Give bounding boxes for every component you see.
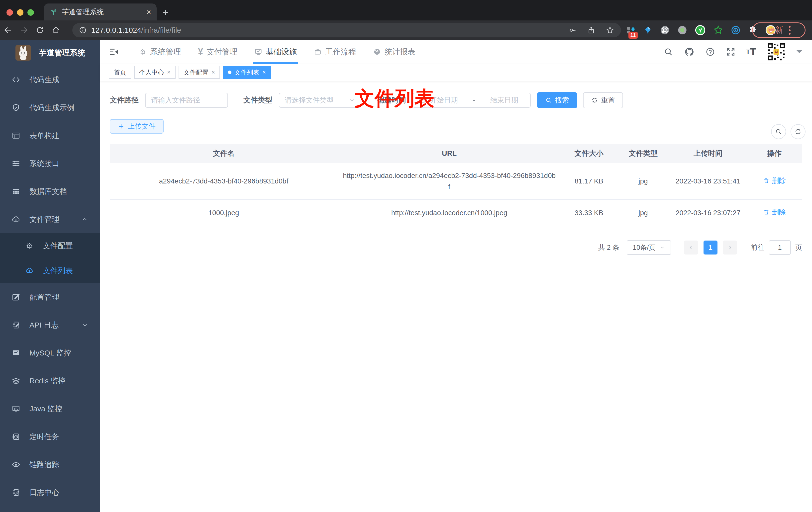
yen-icon: ¥ bbox=[198, 47, 203, 57]
y-extension-icon[interactable] bbox=[695, 25, 706, 36]
kite-extension-icon[interactable] bbox=[643, 25, 652, 35]
sidebar-item-scheduled-task[interactable]: 定时任务 bbox=[0, 423, 100, 451]
tags-view-bar: 首页 个人中心 × 文件配置 × 文件列表 × 文件列表 bbox=[100, 64, 812, 81]
fullscreen-icon[interactable] bbox=[726, 47, 736, 57]
traffic-light-close[interactable] bbox=[6, 9, 13, 16]
command-extension-icon[interactable] bbox=[660, 25, 670, 35]
back-icon[interactable] bbox=[0, 26, 16, 35]
show-search-icon[interactable] bbox=[771, 124, 786, 139]
end-date-placeholder[interactable]: 结束日期 bbox=[490, 95, 518, 105]
page-1-button[interactable]: 1 bbox=[703, 241, 718, 254]
tag-file-config[interactable]: 文件配置 × bbox=[179, 66, 220, 79]
app-title: 芋道管理系统 bbox=[39, 48, 85, 58]
sidebar-item-log-center[interactable]: 日志中心 bbox=[0, 479, 100, 507]
home-icon[interactable] bbox=[48, 26, 64, 35]
sidebar-item-code-generation[interactable]: 代码生成 bbox=[0, 66, 100, 94]
reset-button[interactable]: 重置 bbox=[583, 92, 623, 108]
sidebar-item-redis-monitor[interactable]: Redis 监控 bbox=[0, 367, 100, 395]
traffic-light-zoom[interactable] bbox=[27, 9, 34, 16]
sidebar-item-file-list[interactable]: 文件列表 bbox=[0, 258, 100, 283]
tag-file-list[interactable]: 文件列表 × bbox=[223, 66, 271, 79]
topnav-infrastructure[interactable]: 基础设施 bbox=[246, 40, 305, 64]
sidebar-item-file-management[interactable]: 文件管理 bbox=[0, 205, 100, 233]
forward-icon[interactable] bbox=[16, 26, 32, 35]
github-icon[interactable] bbox=[684, 47, 695, 57]
sliders-icon bbox=[11, 159, 21, 168]
tampermonkey-extension-icon[interactable]: 11 bbox=[626, 25, 636, 35]
sidebar-item-system-api[interactable]: 系统接口 bbox=[0, 150, 100, 178]
sidebar-item-label: 数据库文档 bbox=[29, 186, 67, 197]
topnav-report[interactable]: 统计报表 bbox=[365, 40, 424, 64]
password-key-icon[interactable] bbox=[569, 26, 577, 34]
topnav-label: 基础设施 bbox=[266, 47, 297, 57]
file-path-input[interactable] bbox=[151, 96, 222, 104]
prev-page-button[interactable] bbox=[684, 241, 698, 254]
cell-file-name: 1000.jpeg bbox=[110, 200, 338, 226]
sidebar-logo-row[interactable]: 芋道管理系统 bbox=[0, 40, 100, 66]
sidebar-item-label: 文件管理 bbox=[29, 214, 59, 224]
topnav-payment[interactable]: ¥ 支付管理 bbox=[190, 40, 246, 64]
sidebar-item-trace[interactable]: 链路追踪 bbox=[0, 451, 100, 479]
sidebar-item-config-management[interactable]: 配置管理 bbox=[0, 283, 100, 311]
font-size-icon[interactable]: TT bbox=[746, 47, 756, 58]
sidebar-collapse-icon[interactable] bbox=[109, 47, 119, 57]
browser-menu-icon[interactable] bbox=[789, 26, 790, 35]
tag-close-icon[interactable]: × bbox=[167, 69, 171, 76]
tab-close-icon[interactable]: × bbox=[146, 8, 151, 16]
page-size-select[interactable]: 10条/页 bbox=[627, 240, 671, 255]
topnav-system[interactable]: 系统管理 bbox=[130, 40, 190, 64]
active-dot bbox=[228, 70, 231, 74]
address-bar[interactable]: 127.0.0.1:1024/infra/file/file bbox=[72, 23, 621, 37]
refresh-table-icon[interactable] bbox=[790, 124, 806, 139]
help-icon[interactable] bbox=[705, 47, 715, 57]
tag-label: 文件配置 bbox=[183, 68, 208, 77]
tag-close-icon[interactable]: × bbox=[211, 69, 215, 76]
sidebar-item-db-doc[interactable]: 数据库文档 bbox=[0, 178, 100, 205]
avatar-caret-down-icon[interactable] bbox=[796, 50, 802, 56]
site-info-icon[interactable] bbox=[79, 26, 87, 34]
file-type-select[interactable]: 请选择文件类型 bbox=[279, 93, 361, 108]
topnav-workflow[interactable]: 工作流程 bbox=[305, 40, 365, 64]
share-icon[interactable] bbox=[587, 26, 596, 34]
sidebar-item-mysql-monitor[interactable]: MySQL 监控 bbox=[0, 339, 100, 367]
goto-page-input[interactable] bbox=[769, 240, 791, 255]
upload-button-label: 上传文件 bbox=[128, 122, 155, 131]
new-tab-button[interactable]: + bbox=[163, 6, 169, 19]
upload-file-button[interactable]: 上传文件 bbox=[110, 119, 164, 133]
tag-close-icon[interactable]: × bbox=[262, 69, 266, 76]
browser-update-button[interactable]: 更新 bbox=[752, 23, 806, 38]
search-icon[interactable] bbox=[663, 47, 673, 57]
traffic-light-minimize[interactable] bbox=[17, 9, 24, 16]
tag-home[interactable]: 首页 bbox=[109, 66, 131, 79]
green-star-extension-icon[interactable] bbox=[713, 25, 723, 35]
reload-icon[interactable] bbox=[32, 26, 48, 34]
browser-tab-strip: 芋道管理系统 × + bbox=[0, 0, 812, 21]
file-table: 文件名 URL 文件大小 文件类型 上传时间 操作 a294ecb2-73dd-… bbox=[110, 144, 802, 226]
tag-profile[interactable]: 个人中心 × bbox=[134, 66, 176, 79]
header-actions: TT bbox=[663, 42, 812, 62]
browser-tab[interactable]: 芋道管理系统 × bbox=[44, 3, 156, 21]
page-content: 文件路径 文件类型 请选择文件类型 创建时间 开始日期 - 结束日期 bbox=[100, 81, 812, 255]
app-logo-rabbit bbox=[16, 45, 31, 61]
pagination: 共 2 条 10条/页 1 前往 页 bbox=[110, 240, 802, 255]
blue-eye-extension-icon[interactable] bbox=[731, 25, 741, 35]
cell-file-name: a294ecb2-73dd-4353-bf40-296b8931d0bf bbox=[110, 163, 338, 200]
delete-button[interactable]: 删除 bbox=[763, 207, 786, 218]
search-button[interactable]: 搜索 bbox=[537, 92, 577, 108]
sidebar-item-file-config[interactable]: 文件配置 bbox=[0, 233, 100, 258]
sidebar-item-java-monitor[interactable]: Java 监控 bbox=[0, 395, 100, 423]
avatar-qr-code[interactable] bbox=[766, 42, 786, 62]
file-path-field[interactable] bbox=[145, 93, 228, 108]
next-page-button[interactable] bbox=[723, 241, 737, 254]
delete-button[interactable]: 删除 bbox=[763, 175, 786, 186]
tag-label: 首页 bbox=[114, 68, 126, 77]
sidebar-item-form-builder[interactable]: 表单构建 bbox=[0, 122, 100, 150]
sidebar-item-label: Redis 监控 bbox=[29, 376, 66, 386]
sidebar-item-codegen-example[interactable]: 代码生成示例 bbox=[0, 94, 100, 122]
bookmark-star-icon[interactable] bbox=[606, 26, 614, 35]
gray-dot-extension-icon[interactable] bbox=[677, 25, 687, 35]
file-type-placeholder: 请选择文件类型 bbox=[285, 95, 334, 105]
table-tools bbox=[771, 124, 806, 139]
sidebar-item-api-log[interactable]: API 日志 bbox=[0, 311, 100, 339]
col-actions: 操作 bbox=[747, 144, 802, 163]
